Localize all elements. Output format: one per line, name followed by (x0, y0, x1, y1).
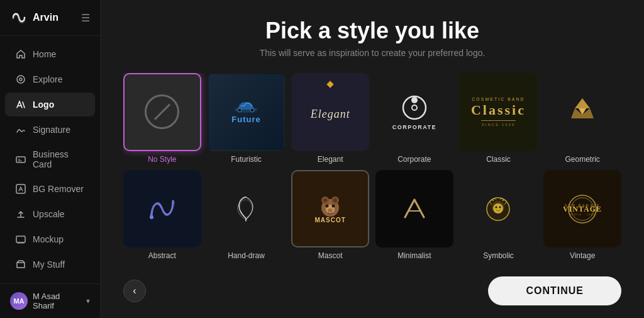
style-card-mascot[interactable]: Mascot Mascot (291, 170, 369, 261)
style-card-minimalist[interactable]: Minimalist (375, 170, 453, 261)
sidebar-item-signature[interactable]: Signature (5, 118, 95, 142)
sidebar-item-home-label: Home (33, 49, 56, 59)
classic-top: Cosmetic Band (472, 97, 525, 101)
futuristic-content: Future (231, 99, 260, 124)
sidebar-item-business-card-label: Business Card (33, 149, 85, 169)
style-card-futuristic[interactable]: Future Futuristic (208, 73, 286, 164)
abstract-svg (145, 192, 179, 226)
style-image-minimalist (375, 170, 453, 248)
style-label-hand-draw: Hand-draw (228, 251, 265, 260)
style-image-geometric (543, 73, 621, 151)
corporate-content: Corporate (392, 94, 436, 130)
style-card-vintage[interactable]: SUN BAKAIT VINTAGE SINCE · 1990 Vintage (543, 170, 621, 261)
sidebar-item-explore-label: Explore (33, 74, 62, 84)
my-stuff-icon (15, 259, 26, 270)
style-image-elegant: Elegant (291, 73, 369, 151)
futuristic-car-svg (233, 99, 258, 113)
continue-button[interactable]: CONTINUE (488, 276, 621, 305)
style-card-symbolic[interactable]: Symbolic (460, 170, 538, 261)
sidebar-user[interactable]: MA M Asad Sharif ▾ (0, 283, 100, 318)
svg-rect-3 (16, 185, 25, 193)
style-card-no-style[interactable]: No Style (123, 73, 201, 164)
back-button[interactable]: ‹ (123, 280, 146, 302)
main-content: Pick a style you like This will serve as… (101, 0, 644, 318)
svg-point-25 (496, 206, 497, 208)
style-card-elegant[interactable]: Elegant Elegant (291, 73, 369, 164)
upscale-icon (15, 208, 26, 220)
style-image-abstract (123, 170, 201, 248)
signature-icon (15, 124, 26, 135)
sidebar-item-my-stuff[interactable]: My Stuff (5, 253, 95, 276)
style-label-no-style: No Style (148, 155, 176, 164)
page-subtitle: This will serve as inspiration to create… (123, 48, 621, 58)
app-logo-icon (10, 9, 28, 26)
style-card-abstract[interactable]: Abstract (123, 170, 201, 261)
mascot-content: Mascot (314, 194, 345, 224)
sidebar: Arvin ☰ Home Explore Logo Signature (0, 0, 101, 318)
style-image-futuristic: Future (208, 73, 286, 151)
style-label-mascot: Mascot (318, 251, 343, 260)
svg-rect-4 (16, 236, 25, 242)
geometric-svg (566, 96, 599, 128)
sidebar-item-logo-label: Logo (33, 99, 54, 110)
bottom-area: ‹ CONTINUE (123, 270, 621, 305)
style-label-elegant: Elegant (318, 155, 343, 164)
elegant-diamond-icon (326, 81, 333, 88)
svg-point-12 (240, 200, 252, 217)
svg-rect-2 (16, 157, 25, 162)
sidebar-header: Arvin ☰ (0, 0, 100, 36)
svg-point-9 (411, 97, 418, 103)
style-label-abstract: Abstract (148, 251, 176, 260)
sidebar-item-logo[interactable]: Logo (5, 93, 95, 116)
sidebar-item-upscale[interactable]: Upscale (5, 202, 95, 226)
handdraw-svg (229, 192, 263, 226)
logo-icon (15, 99, 26, 110)
svg-point-11 (150, 215, 153, 219)
style-card-hand-draw[interactable]: Hand-draw (208, 170, 286, 261)
style-label-corporate: Corporate (397, 155, 431, 164)
sidebar-item-signature-label: Signature (33, 125, 70, 135)
classic-divider (481, 120, 516, 121)
elegant-text: Elegant (311, 108, 350, 121)
svg-point-16 (323, 198, 327, 202)
business-card-icon (15, 154, 26, 165)
svg-point-7 (250, 108, 254, 112)
sidebar-item-home[interactable]: Home (5, 42, 95, 66)
style-image-hand-draw (208, 170, 286, 248)
style-image-mascot: Mascot (291, 170, 369, 248)
style-image-corporate: Corporate (375, 73, 453, 151)
style-card-corporate[interactable]: Corporate Corporate (375, 73, 453, 164)
style-label-minimalist: Minimalist (397, 251, 431, 260)
elegant-content: Elegant (292, 74, 368, 150)
style-image-classic: Cosmetic Band Classic SINCE 1920 (460, 73, 538, 151)
svg-point-24 (493, 203, 503, 213)
sidebar-nav: Home Explore Logo Signature Business Car… (0, 36, 100, 283)
style-card-geometric[interactable]: Geometric (543, 73, 621, 164)
user-name: M Asad Sharif (33, 292, 81, 310)
style-label-classic: Classic (486, 155, 511, 164)
style-label-futuristic: Futuristic (231, 155, 262, 164)
sidebar-item-bg-remover[interactable]: BG Remover (5, 177, 95, 201)
menu-icon[interactable]: ☰ (81, 12, 90, 24)
svg-point-17 (333, 198, 337, 202)
mockup-icon (15, 234, 26, 245)
svg-text:VINTAGE: VINTAGE (564, 205, 601, 213)
sidebar-item-explore[interactable]: Explore (5, 67, 95, 91)
sidebar-item-mockup-label: Mockup (33, 234, 64, 244)
styles-grid: No Style Future Futuristic (123, 73, 621, 261)
style-card-classic[interactable]: Cosmetic Band Classic SINCE 1920 Classic (460, 73, 538, 164)
minimalist-svg (399, 193, 430, 225)
explore-icon (15, 74, 26, 85)
sidebar-item-mockup[interactable]: Mockup (5, 227, 95, 251)
corporate-logo-svg (401, 94, 428, 122)
vintage-badge-svg: SUN BAKAIT VINTAGE SINCE · 1990 (564, 193, 601, 225)
svg-point-20 (332, 205, 335, 208)
svg-point-10 (412, 105, 417, 110)
classic-content: Cosmetic Band Classic SINCE 1920 (471, 97, 526, 127)
sidebar-item-business-card[interactable]: Business Card (5, 143, 95, 176)
mascot-label-text: Mascot (314, 217, 345, 224)
home-icon (15, 48, 26, 60)
style-label-symbolic: Symbolic (483, 251, 514, 260)
svg-point-21 (328, 208, 333, 212)
futuristic-text: Future (231, 115, 260, 124)
